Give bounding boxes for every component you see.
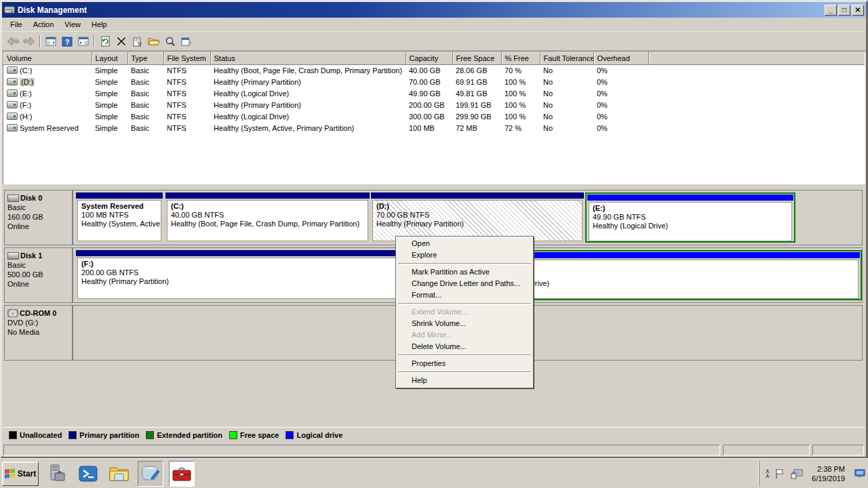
menubar-item-view[interactable]: View bbox=[59, 18, 86, 30]
context-menu-item-mark-partition-as-active[interactable]: Mark Partition as Active bbox=[397, 266, 532, 278]
cell-filler bbox=[648, 76, 865, 87]
partition-body: (C:)40.00 GB NTFSHealthy (Boot, Page Fil… bbox=[167, 200, 368, 241]
legend-item-free-space: Free space bbox=[229, 431, 279, 439]
maximize-button[interactable]: □ bbox=[838, 5, 850, 16]
volume-name: (D:) bbox=[20, 78, 35, 86]
volume-cell: (C:) bbox=[7, 66, 88, 75]
status-pane-secondary bbox=[723, 445, 810, 455]
taskbar-clock[interactable]: 2:38 PM 6/19/2019 bbox=[808, 464, 849, 483]
partition-systemreserved[interactable]: System Reserved100 MB NTFSHealthy (Syste… bbox=[76, 192, 163, 243]
disk-name-text: Disk 1 bbox=[20, 251, 42, 260]
back-icon[interactable] bbox=[5, 34, 21, 49]
cell-fault_tolerance: No bbox=[540, 64, 593, 76]
menubar-item-action[interactable]: Action bbox=[28, 18, 60, 30]
forward-icon[interactable] bbox=[21, 34, 37, 49]
disk-label[interactable]: CD-ROM 0DVD (G:)No Media bbox=[4, 305, 73, 361]
disk-management-app-icon bbox=[4, 5, 15, 16]
context-menu-item-change-drive-letter-and-paths[interactable]: Change Drive Letter and Paths... bbox=[397, 278, 532, 289]
help-topics-icon[interactable]: ? bbox=[178, 34, 195, 49]
table-row[interactable]: (H:)SimpleBasicNTFSHealthy (Logical Driv… bbox=[3, 110, 865, 122]
table-row[interactable]: (F:)SimpleBasicNTFSHealthy (Primary Part… bbox=[3, 99, 865, 110]
show-desktop-icon[interactable] bbox=[853, 464, 867, 484]
logical-partition-bar bbox=[587, 195, 793, 201]
refresh-icon[interactable] bbox=[97, 34, 113, 49]
powershell-icon[interactable] bbox=[75, 461, 101, 487]
context-menu-item-shrink-volume[interactable]: Shrink Volume... bbox=[397, 318, 532, 329]
column-header-file-system[interactable]: File System bbox=[163, 52, 210, 64]
primary-partition-bar bbox=[165, 192, 370, 199]
column-header-layout[interactable]: Layout bbox=[92, 52, 127, 64]
partition-e[interactable]: (E:)49.90 GB NTFSHealthy (Logical Drive) bbox=[585, 192, 795, 243]
help-icon[interactable]: ? bbox=[59, 34, 75, 49]
partition-size: 100 MB NTFS bbox=[81, 211, 161, 220]
context-menu-item-explore[interactable]: Explore bbox=[397, 249, 532, 261]
volume-name: (F:) bbox=[20, 101, 31, 109]
column-header-free-space[interactable]: Free Space bbox=[452, 52, 501, 64]
table-row[interactable]: (D:)SimpleBasicNTFSHealthy (Primary Part… bbox=[3, 76, 865, 87]
flag-icon[interactable] bbox=[774, 468, 786, 480]
open-folder-icon[interactable] bbox=[146, 34, 162, 49]
context-menu-item-delete-volume[interactable]: Delete Volume... bbox=[397, 341, 532, 352]
menubar-item-file[interactable]: File bbox=[5, 18, 28, 30]
cell-fault_tolerance: No bbox=[540, 76, 593, 87]
toolbox-icon[interactable] bbox=[169, 461, 195, 487]
context-menu-item-open[interactable]: Open bbox=[397, 238, 532, 249]
partition-status: Healthy (Logical Drive) bbox=[593, 222, 791, 230]
cell-filler bbox=[648, 99, 865, 110]
minimize-button[interactable]: _ bbox=[825, 5, 837, 16]
file-explorer-icon[interactable] bbox=[106, 461, 132, 487]
column-header-overhead[interactable]: Overhead bbox=[593, 52, 648, 64]
column-header-capacity[interactable]: Capacity bbox=[406, 52, 452, 64]
cell-pct_free: 100 % bbox=[501, 99, 540, 110]
cell-free_space: 49.81 GB bbox=[452, 87, 501, 99]
column-header-fault-tolerance[interactable]: Fault Tolerance bbox=[540, 52, 593, 64]
legend-swatch bbox=[285, 431, 294, 439]
disk-management-icon[interactable] bbox=[138, 461, 163, 487]
context-menu-item-properties[interactable]: Properties bbox=[397, 358, 532, 369]
cell-fault_tolerance: No bbox=[540, 99, 593, 110]
context-menu-item-format[interactable]: Format... bbox=[397, 289, 532, 301]
table-row[interactable]: (E:)SimpleBasicNTFSHealthy (Logical Driv… bbox=[3, 87, 865, 99]
column-header-status[interactable]: Status bbox=[210, 52, 406, 64]
volume-name: (C:) bbox=[20, 66, 32, 75]
partition-c[interactable]: (C:)40.00 GB NTFSHealthy (Boot, Page Fil… bbox=[165, 192, 370, 243]
show-console-tree-icon[interactable] bbox=[43, 34, 59, 49]
delete-icon[interactable] bbox=[113, 34, 130, 49]
cell-pct_free: 100 % bbox=[501, 76, 540, 87]
server-manager-icon[interactable] bbox=[44, 461, 70, 487]
table-row[interactable]: System ReservedSimpleBasicNTFSHealthy (S… bbox=[3, 122, 865, 134]
column-header-type[interactable]: Type bbox=[127, 52, 163, 64]
show-action-pane-icon[interactable] bbox=[75, 34, 92, 49]
context-menu-item-help[interactable]: Help bbox=[397, 375, 532, 386]
network-icon[interactable] bbox=[790, 468, 804, 480]
column-header-volume[interactable]: Volume bbox=[3, 52, 92, 64]
toolbar: ? ? bbox=[2, 33, 866, 51]
cell-type: Basic bbox=[127, 99, 163, 110]
legend-item-logical-drive: Logical drive bbox=[285, 431, 342, 439]
svg-text:?: ? bbox=[65, 38, 70, 46]
context-menu-item-add-mirror: Add Mirror... bbox=[397, 329, 532, 341]
menubar-item-help[interactable]: Help bbox=[86, 18, 113, 30]
start-button[interactable]: Start bbox=[2, 462, 39, 486]
cell-layout: Simple bbox=[92, 122, 127, 134]
cell-type: Basic bbox=[127, 76, 163, 87]
status-bar bbox=[3, 443, 865, 457]
properties-icon[interactable] bbox=[130, 34, 146, 49]
partition-d[interactable]: (D:)70.00 GB NTFSHealthy (Primary Partit… bbox=[371, 192, 584, 243]
table-row[interactable]: (C:)SimpleBasicNTFSHealthy (Boot, Page F… bbox=[3, 64, 865, 76]
volume-cell: (F:) bbox=[7, 101, 88, 109]
disk-label[interactable]: Disk 0Basic160.00 GBOnline bbox=[4, 190, 73, 245]
disk-detail-line: Online bbox=[7, 222, 71, 231]
toolbar-separator bbox=[94, 35, 95, 47]
chevron-up-icon[interactable]: ∧∧ bbox=[765, 469, 770, 479]
find-icon[interactable] bbox=[162, 34, 178, 49]
close-button[interactable]: ✕ bbox=[852, 5, 864, 16]
disk-label[interactable]: Disk 1Basic500.00 GBOnline bbox=[4, 247, 73, 303]
disk-icon bbox=[7, 252, 19, 260]
clock-date: 6/19/2019 bbox=[812, 474, 845, 483]
legend-swatch bbox=[68, 431, 77, 439]
partition-label: System Reserved bbox=[81, 202, 161, 211]
column-header--free[interactable]: % Free bbox=[501, 52, 540, 64]
cell-file_system: NTFS bbox=[163, 87, 210, 99]
disk-name: Disk 0 bbox=[7, 193, 71, 203]
